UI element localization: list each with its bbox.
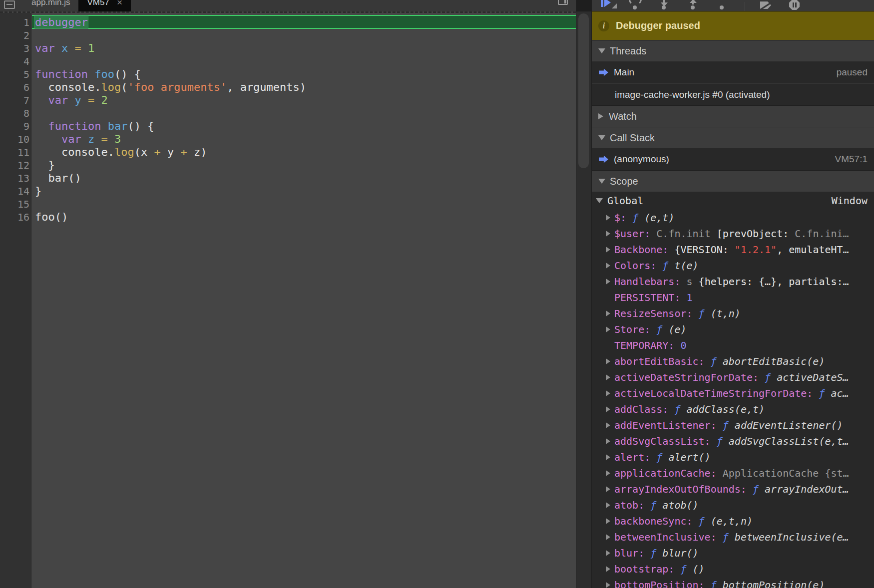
- editor-scrollbar[interactable]: [576, 0, 592, 588]
- scope-global-row[interactable]: Global Window: [592, 192, 874, 210]
- scope-item[interactable]: addEventListener: ƒ addEventListener(): [592, 417, 874, 433]
- scope-item[interactable]: blur: ƒ blur(): [592, 545, 874, 561]
- scope-item[interactable]: Colors: ƒ t(e): [592, 258, 874, 274]
- step-button[interactable]: [716, 0, 729, 11]
- code-line[interactable]: function foo() {: [35, 68, 141, 81]
- line-number[interactable]: 10: [0, 133, 29, 146]
- chevron-collapsed-icon: [606, 566, 610, 572]
- line-number[interactable]: 8: [0, 107, 29, 120]
- chevron-collapsed-icon: [606, 358, 610, 364]
- scope-item[interactable]: arrayIndexOutOfBounds: ƒ arrayIndexOut…: [592, 481, 874, 497]
- code-line[interactable]: console.log(x + y + z): [35, 146, 207, 159]
- chevron-collapsed-icon: [606, 390, 610, 396]
- scope-item[interactable]: addClass: ƒ addClass(e,t): [592, 401, 874, 417]
- pause-on-exceptions-icon: [795, 2, 797, 7]
- scope-item[interactable]: TEMPORARY: 0: [592, 337, 874, 353]
- chevron-collapsed-icon: [606, 310, 610, 316]
- code-token: [94, 133, 101, 145]
- watch-section-header[interactable]: Watch: [592, 105, 874, 127]
- scrollbar-thumb[interactable]: [578, 13, 589, 168]
- scope-item[interactable]: $user: C.fn.init [prevObject: C.fn.ini…: [592, 226, 874, 242]
- scope-item[interactable]: bottomPosition: ƒ bottomPosition(e): [592, 577, 874, 588]
- scope-item[interactable]: addSvgClassList: ƒ addSvgClassList(e,t…: [592, 433, 874, 449]
- code-editor[interactable]: 1debugger23var x = 145function foo() {6 …: [0, 11, 576, 588]
- scope-item-value: addSvgClassList(e,t…: [729, 435, 849, 447]
- line-number[interactable]: 5: [0, 68, 29, 81]
- step-over-button[interactable]: [629, 0, 642, 11]
- resume-button[interactable]: [600, 0, 613, 11]
- close-tab-icon[interactable]: ×: [117, 0, 122, 8]
- scope-item-value: t(e): [674, 260, 698, 272]
- chevron-expanded-icon: [598, 135, 605, 140]
- code-line[interactable]: console.log('foo arguments', arguments): [35, 81, 306, 94]
- scope-item[interactable]: Store: ƒ (e): [592, 321, 874, 337]
- threads-section-header[interactable]: Threads: [592, 40, 874, 61]
- line-number[interactable]: 9: [0, 120, 29, 133]
- scope-label: Scope: [610, 176, 638, 187]
- code-line[interactable]: }: [35, 185, 41, 198]
- navigator-toggle-icon[interactable]: [4, 0, 15, 9]
- thread-row-worker[interactable]: image-cache-worker.js #0 (activated): [592, 83, 874, 105]
- scope-item[interactable]: activeDateStringForDate: ƒ activeDateS…: [592, 369, 874, 385]
- hide-sidebar-icon[interactable]: [558, 0, 568, 5]
- code-line[interactable]: bar(): [35, 172, 81, 185]
- frame-location: VM57:1: [835, 154, 868, 165]
- line-number[interactable]: 14: [0, 185, 29, 198]
- pause-on-exceptions-button[interactable]: [789, 0, 802, 11]
- scope-item[interactable]: PERSISTENT: 1: [592, 290, 874, 305]
- execution-arrow-icon: [599, 156, 608, 163]
- scope-item-value: ƒ: [711, 579, 723, 588]
- scope-item-value: (e,t,n): [711, 515, 753, 527]
- code-line[interactable]: var y = 2: [35, 94, 108, 107]
- chevron-expanded-icon: [598, 48, 605, 53]
- scope-item-value: ƒ: [717, 435, 729, 447]
- code-line[interactable]: foo(): [35, 211, 68, 224]
- step-into-button[interactable]: [658, 0, 671, 11]
- line-number[interactable]: 4: [0, 55, 29, 68]
- line-number[interactable]: 16: [0, 211, 29, 224]
- thread-row-main[interactable]: Main paused: [592, 61, 874, 83]
- scope-item-value: ƒ: [723, 531, 735, 543]
- code-token: foo(): [35, 211, 68, 223]
- code-line[interactable]: }: [35, 159, 55, 172]
- scope-item[interactable]: Backbone: {VERSION: "1.2.1", emulateHT…: [592, 242, 874, 258]
- scope-item[interactable]: abortEditBasic: ƒ abortEditBasic(e): [592, 353, 874, 369]
- scope-section-header[interactable]: Scope: [592, 170, 874, 192]
- file-tab[interactable]: app.min.js: [23, 0, 78, 11]
- scope-item-value: activeDateS…: [777, 371, 849, 383]
- scope-item[interactable]: bootstrap: ƒ (): [592, 561, 874, 577]
- scope-item[interactable]: betweenInclusive: ƒ betweenInclusive(e…: [592, 529, 874, 545]
- scope-item[interactable]: $: ƒ (e,t): [592, 210, 874, 226]
- scope-item[interactable]: activeLocalDateTimeStringForDate: ƒ ac…: [592, 385, 874, 401]
- code-line[interactable]: function bar() {: [35, 120, 154, 133]
- debugger-paused-text: Debugger paused: [616, 20, 700, 31]
- step-out-button[interactable]: [687, 0, 700, 11]
- code-token: =: [101, 133, 107, 145]
- scope-item[interactable]: applicationCache: ApplicationCache {st…: [592, 465, 874, 481]
- scope-item[interactable]: backboneSync: ƒ (e,t,n): [592, 513, 874, 529]
- line-number[interactable]: 1: [0, 16, 29, 29]
- scope-item[interactable]: alert: ƒ alert(): [592, 449, 874, 465]
- call-stack-section-header[interactable]: Call Stack: [592, 127, 874, 148]
- code-line[interactable]: var x = 1: [35, 42, 94, 55]
- scope-item[interactable]: Handlebars: s {helpers: {…}, partials:…: [592, 274, 874, 290]
- file-tab[interactable]: VM57×: [78, 0, 131, 11]
- scope-item[interactable]: atob: ƒ atob(): [592, 497, 874, 513]
- code-token: bar(): [35, 172, 81, 184]
- line-number[interactable]: 7: [0, 94, 29, 107]
- chevron-collapsed-icon: [606, 438, 610, 444]
- chevron-collapsed-icon: [606, 263, 610, 269]
- code-line[interactable]: debugger: [35, 16, 88, 29]
- code-token: [101, 120, 107, 132]
- code-line[interactable]: var z = 3: [35, 133, 121, 146]
- line-number[interactable]: 3: [0, 42, 29, 55]
- line-number[interactable]: 6: [0, 81, 29, 94]
- call-stack-frame[interactable]: (anonymous) VM57:1: [592, 148, 874, 170]
- line-number[interactable]: 12: [0, 159, 29, 172]
- line-number[interactable]: 2: [0, 29, 29, 42]
- line-number[interactable]: 11: [0, 146, 29, 159]
- line-number[interactable]: 13: [0, 172, 29, 185]
- line-number[interactable]: 15: [0, 198, 29, 211]
- deactivate-breakpoints-button[interactable]: [760, 0, 773, 11]
- scope-item[interactable]: ResizeSensor: ƒ (t,n): [592, 305, 874, 321]
